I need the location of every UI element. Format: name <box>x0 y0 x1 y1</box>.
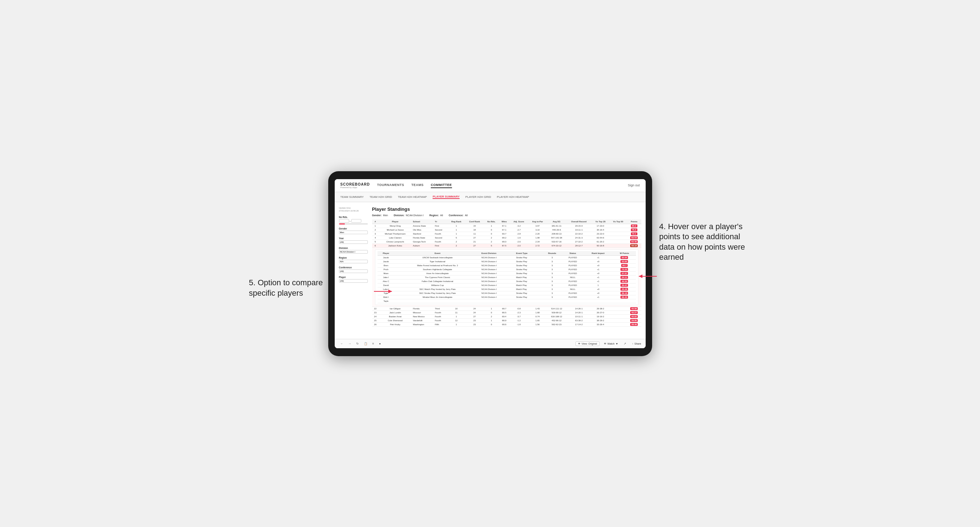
col-points: Points <box>627 219 641 224</box>
col-no-rds: No Rds. <box>484 219 499 224</box>
main-content: Update time: 27/01/2024 16:56:26 No Rds.… <box>335 202 646 339</box>
tooltip-table: Player Event Event Division Event Type R… <box>377 251 636 303</box>
tooltip-row-item: Mott I Mirabel Maui Jin Intercollegiate … <box>377 295 636 299</box>
points-badge[interactable]: 39.95 <box>630 319 638 322</box>
filter-region-select[interactable]: N/A <box>339 260 368 264</box>
points-badge[interactable]: 40.27 <box>630 311 638 314</box>
filter-year: Year (All) <box>339 237 368 244</box>
filter-conference-label: Conference <box>339 266 368 269</box>
sub-nav-player-h2h-grid[interactable]: PLAYER H2H GRID <box>465 195 491 198</box>
points-badge[interactable]: 60.49 <box>630 240 638 243</box>
filter-no-rds-range[interactable]: - <box>339 219 368 223</box>
filter-player-select[interactable]: (All) <box>339 279 368 283</box>
w-points-badge: 30.47 <box>620 284 628 287</box>
arrow-right-icon <box>637 273 659 280</box>
view-original-button[interactable]: 👁 View: Original <box>576 341 600 346</box>
tooltip-header-row: Player Event Event Division Event Type R… <box>377 251 636 256</box>
bottom-toolbar: ← → ↻ 📋 ≡ ● 👁 View: Original 👁 Watch <box>335 339 646 348</box>
tooltip-inner: Player Event Event Division Event Type R… <box>375 249 638 305</box>
tooltip-col-impact: Rank Impact <box>583 251 613 256</box>
col-avg-to-par: Avg to-Par <box>528 219 547 224</box>
points-badge[interactable]: 40.58 <box>630 307 638 310</box>
points-badge[interactable]: 80.2 <box>631 224 637 227</box>
w-points-badge: 73.33 <box>620 268 628 271</box>
col-vs50: Vs Top 50 <box>609 219 627 224</box>
view-icon: 👁 <box>578 343 581 345</box>
tooltip-col-status: Status <box>562 251 583 256</box>
toolbar-right: 👁 View: Original 👁 Watch ▼ ↗ ↑ Share <box>576 341 641 346</box>
sub-nav: TEAM SUMMARY TEAM H2H GRID TEAM H2H HEAT… <box>335 192 646 202</box>
tooltip-col-player: Player <box>377 251 395 256</box>
col-player: Player <box>379 219 412 224</box>
points-badge[interactable]: 38.49 <box>630 323 638 326</box>
sub-nav-player-h2h-heatmap[interactable]: PLAYER H2H HEATMAP <box>497 195 530 198</box>
share-button[interactable]: ↑ Share <box>632 343 641 345</box>
tooltip-row-item: Jacob UNCW Seahawk Intercollegiate NCAA … <box>377 256 636 259</box>
w-points-badge: 57.57 <box>620 272 628 275</box>
tooltip-row-item: David Williams Cup NCAA Division I Match… <box>377 283 636 287</box>
toolbar-filter-btn[interactable]: ≡ <box>371 341 376 346</box>
filter-chip-region: Region: All <box>430 214 443 217</box>
tooltip-col-rounds: Rounds <box>542 251 562 256</box>
toolbar-back-btn[interactable]: ← <box>339 341 345 346</box>
points-badge[interactable]: 76.3 <box>631 229 637 231</box>
annotation-right: 4. Hover over a player's points to see a… <box>659 222 753 263</box>
content-area: Player Standings Gender: Men Division: N… <box>372 206 641 335</box>
logo-title: SCOREBOARD <box>340 183 370 186</box>
page-title: Player Standings <box>372 206 641 212</box>
points-badge[interactable]: 72.1 <box>631 232 637 235</box>
points-badge-active[interactable]: 58.18 <box>630 244 638 247</box>
table-row: 1 Wenyi Ding Arizona State First 1 15 1 … <box>372 224 641 228</box>
nav-tournaments[interactable]: TOURNAMENTS <box>377 183 404 188</box>
watch-button[interactable]: 👁 Watch ▼ <box>604 343 618 345</box>
filter-region-label: Region <box>339 257 368 259</box>
w-points-badge: 56.18 <box>620 292 628 295</box>
filter-division-select[interactable]: NCAA Division I <box>339 250 368 254</box>
standings-table: # Player School Yr Reg Rank Conf Rank No… <box>372 219 641 327</box>
filter-chip-gender: Gender: Men <box>372 214 388 217</box>
tooltip-row-item: Alex C Fallen Oak Collegiate Invitationa… <box>377 279 636 283</box>
toolbar-expand-btn[interactable]: ↗ <box>622 341 628 346</box>
toolbar-refresh-btn[interactable]: ↻ <box>355 341 360 346</box>
nav-sign-out[interactable]: Sign out <box>628 183 640 187</box>
tooltip-col-division: Event Division <box>480 251 515 256</box>
toolbar-forward-btn[interactable]: → <box>347 341 353 346</box>
tooltip-row-item: Luke I SEC Match Play hosted by Jerry Pa… <box>377 287 636 291</box>
view-label: View: Original <box>582 343 597 345</box>
filter-player-label: Player <box>339 276 368 278</box>
filter-no-rds-min[interactable] <box>339 219 349 223</box>
nav-committee[interactable]: COMMITTEE <box>431 183 452 188</box>
col-school: School <box>412 219 434 224</box>
toolbar-clock-btn[interactable]: ● <box>377 341 382 346</box>
filter-no-rds-max[interactable] <box>351 219 361 223</box>
no-rds-slider <box>339 224 368 224</box>
nav-teams[interactable]: TEAMS <box>411 183 423 188</box>
toolbar-copy-btn[interactable]: 📋 <box>363 341 369 346</box>
table-row: 2 Michael La Sasso Ole Miss Second 1 18 … <box>372 228 641 232</box>
sub-nav-team-h2h-grid[interactable]: TEAM H2H GRID <box>370 195 392 198</box>
filter-year-select[interactable]: (All) <box>339 240 368 244</box>
points-badge[interactable]: 66.54 <box>630 237 638 239</box>
tooltip-row-item: Jake I The Cypress Point Classic NCAA Di… <box>377 275 636 279</box>
svg-marker-1 <box>639 275 643 278</box>
filter-no-rds-label: No Rds. <box>339 216 368 218</box>
tablet-frame: SCOREBOARD Powered by clippi TOURNAMENTS… <box>328 171 652 356</box>
tooltip-row-item: Bren Wake Forest Invitational at Pinehur… <box>377 264 636 267</box>
filter-conference-select[interactable]: (All) <box>339 270 368 273</box>
table-row: 22 Ian Gilligan Florida Third 10 24 1 68… <box>372 306 641 310</box>
filter-gender-select[interactable]: Men <box>339 230 368 234</box>
sub-nav-team-h2h-heatmap[interactable]: TEAM H2H HEATMAP <box>398 195 427 198</box>
points-badge[interactable]: 40.02 <box>630 315 638 318</box>
filters-row: Gender: Men Division: NCAA Division I Re… <box>372 214 641 217</box>
tooltip-row-item: Taylo <box>377 299 636 303</box>
filter-chip-conference: Conference: All <box>449 214 468 217</box>
w-points-badge: 66.40 <box>620 296 628 298</box>
w-points-badge: 35.38 <box>620 288 628 290</box>
watch-chevron-icon: ▼ <box>616 343 618 345</box>
tooltip-col-type: Event Type <box>515 251 542 256</box>
sub-nav-player-summary[interactable]: PLAYER SUMMARY <box>433 195 460 199</box>
table-row: 4 Luke Clanton Florida State Second 5 27… <box>372 236 641 240</box>
filter-gender: Gender Men <box>339 227 368 234</box>
svg-marker-3 <box>388 290 392 293</box>
sub-nav-team-summary[interactable]: TEAM SUMMARY <box>340 195 364 198</box>
